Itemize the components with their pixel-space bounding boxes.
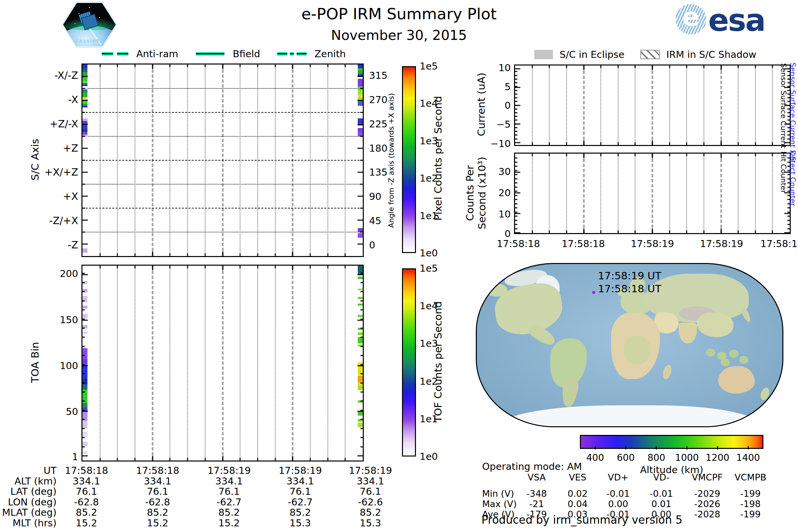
axis-tick bbox=[82, 184, 85, 185]
axis-tick bbox=[738, 154, 739, 156]
axis-tick bbox=[703, 65, 704, 68]
axis-tick bbox=[117, 253, 118, 256]
axis-tick bbox=[515, 224, 517, 225]
axis-tick bbox=[187, 458, 188, 460]
y-tick-label: 30 bbox=[498, 167, 511, 176]
page-date: November 30, 2015 bbox=[0, 27, 798, 43]
gridline-vertical bbox=[738, 65, 739, 145]
voltage-value: -2026 bbox=[694, 499, 720, 509]
ephemeris-value: 334.1 bbox=[215, 475, 243, 487]
time-tick-label: 17:58:18 bbox=[562, 238, 605, 249]
axis-tick bbox=[360, 208, 363, 209]
axis-tick bbox=[784, 142, 790, 143]
heat-strip-segment bbox=[82, 332, 88, 334]
axis-tick bbox=[82, 320, 88, 321]
heat-strip-segment bbox=[358, 79, 363, 87]
axis-tick bbox=[515, 86, 517, 87]
axis-tick bbox=[566, 230, 567, 233]
heat-strip-segment bbox=[358, 376, 363, 382]
ephemeris-value: -62.7 bbox=[216, 496, 241, 508]
voltage-column-header: VSA bbox=[528, 472, 546, 482]
y-tick-label: 20 bbox=[498, 188, 511, 198]
axis-tick bbox=[205, 253, 206, 256]
band-boundary-line bbox=[82, 136, 363, 137]
y-tick-label: 0 bbox=[505, 229, 511, 239]
voltage-column-header: VD+ bbox=[608, 472, 628, 482]
gridline-vertical bbox=[652, 154, 653, 233]
legend-zenith-label: Zenith bbox=[315, 49, 346, 59]
axis-tick bbox=[515, 187, 517, 188]
voltage-value: -2029 bbox=[694, 489, 720, 499]
axis-tick bbox=[595, 446, 596, 450]
axis-tick bbox=[360, 88, 363, 89]
axis-tick bbox=[515, 101, 517, 102]
ephemeris-value: 85.2 bbox=[290, 507, 311, 518]
axis-tick bbox=[152, 251, 153, 256]
axis-tick bbox=[327, 266, 328, 268]
voltage-value: -0.01 bbox=[607, 489, 630, 499]
axis-tick bbox=[784, 172, 790, 173]
ephemeris-row-label: UT bbox=[0, 465, 57, 476]
ephemeris-row: UT17:58:1817:58:1817:58:1917:58:1917:58:… bbox=[0, 465, 406, 475]
axis-tick bbox=[787, 116, 790, 117]
axis-tick bbox=[135, 266, 136, 268]
heat-strip-segment bbox=[82, 90, 88, 92]
axis-tick bbox=[222, 456, 223, 460]
voltage-value: -21 bbox=[529, 499, 544, 509]
axis-tick bbox=[738, 230, 739, 233]
altitude-colorbar-ticks: 400600800100012001400 bbox=[580, 449, 763, 466]
axis-tick bbox=[274, 266, 276, 268]
altitude-tick-label: 1000 bbox=[675, 452, 699, 463]
ephemeris-value: 85.2 bbox=[360, 507, 381, 518]
gridline-vertical bbox=[652, 65, 653, 145]
axis-tick bbox=[515, 174, 517, 175]
gridline-vertical bbox=[755, 65, 756, 145]
axis-tick bbox=[360, 374, 363, 374]
ephemeris-value: 15.2 bbox=[76, 517, 97, 529]
time-axis-labels: 17:58:1817:58:1817:58:1917:58:1917:58:19 bbox=[514, 238, 791, 250]
axis-tick bbox=[82, 88, 85, 89]
axis-tick bbox=[135, 458, 136, 460]
axis-tick bbox=[82, 282, 85, 283]
map-time-2: 17:58:18 UT bbox=[477, 283, 782, 294]
gridline-vertical bbox=[669, 154, 670, 233]
shadow-swatch-icon bbox=[640, 50, 660, 59]
axis-tick bbox=[345, 253, 346, 256]
ephemeris-value: 17:58:19 bbox=[279, 465, 322, 476]
sc-axis-plot-area bbox=[82, 64, 363, 256]
axis-tick bbox=[635, 142, 636, 145]
axis-tick bbox=[721, 154, 722, 158]
axis-tick bbox=[515, 199, 517, 200]
axis-tick bbox=[755, 65, 756, 68]
axis-tick bbox=[772, 142, 773, 145]
ephemeris-value: 15.2 bbox=[147, 517, 169, 529]
sc-axis-plot bbox=[81, 63, 364, 257]
sc-axis-band-label: +X bbox=[63, 191, 78, 202]
continent-madagascar bbox=[661, 364, 673, 380]
gridline-vertical bbox=[601, 65, 601, 145]
axis-tick bbox=[358, 148, 363, 149]
axis-tick bbox=[787, 211, 790, 212]
axis-tick bbox=[327, 458, 328, 460]
altitude-tick-label: 1200 bbox=[706, 452, 729, 463]
gridline-vertical bbox=[635, 65, 635, 145]
y-tick-label: 50 bbox=[66, 407, 78, 417]
angle-tick-label: 45 bbox=[369, 216, 381, 225]
heat-strip-segment bbox=[82, 118, 88, 121]
gridline-vertical bbox=[345, 266, 345, 460]
gridline-vertical bbox=[601, 154, 601, 233]
axis-tick bbox=[721, 140, 722, 145]
axis-tick bbox=[784, 232, 790, 233]
axis-tick bbox=[99, 458, 100, 460]
gridline-vertical bbox=[566, 65, 567, 145]
axis-tick bbox=[82, 76, 88, 77]
axis-tick bbox=[515, 191, 517, 192]
axis-tick bbox=[309, 64, 310, 67]
gridline-vertical bbox=[704, 65, 704, 145]
heat-strip-segment bbox=[82, 379, 88, 384]
axis-tick bbox=[532, 154, 533, 156]
heat-strip-segment bbox=[82, 64, 88, 68]
axis-tick bbox=[274, 253, 276, 256]
sc-axis-band-label: -Z/+X bbox=[49, 216, 78, 226]
axis-tick bbox=[360, 337, 363, 338]
